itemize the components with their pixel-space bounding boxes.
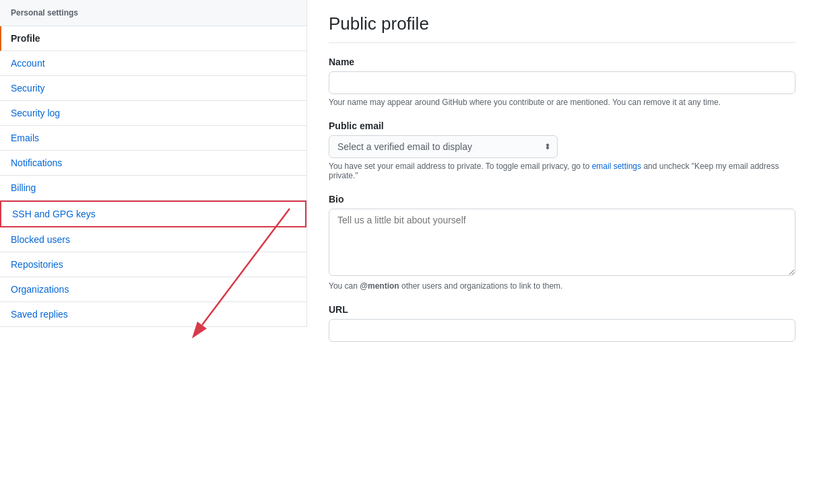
bio-textarea[interactable] [329,209,795,276]
bio-help-pre: You can [329,281,360,291]
bio-help-mention: @mention [360,281,399,291]
sidebar-header: Personal settings [0,0,306,26]
sidebar-item-emails[interactable]: Emails [0,126,306,151]
public-email-select[interactable]: Select a verified email to display [329,135,558,158]
sidebar-item-repositories[interactable]: Repositories [0,252,306,277]
page-title: Public profile [329,13,795,43]
sidebar-item-blocked-users[interactable]: Blocked users [0,227,306,252]
sidebar-item-security[interactable]: Security [0,76,306,101]
sidebar-item-account[interactable]: Account [0,51,306,76]
url-input[interactable] [329,319,795,342]
public-email-select-wrapper: Select a verified email to display ⬍ [329,135,558,158]
sidebar-item-ssh-gpg[interactable]: SSH and GPG keys [0,201,306,227]
sidebar-item-profile[interactable]: Profile [0,26,306,51]
bio-help-post: other users and organizations to link to… [399,281,563,291]
sidebar-item-saved-replies[interactable]: Saved replies [0,302,306,327]
url-label: URL [329,304,795,315]
public-email-label: Public email [329,120,795,131]
name-input[interactable] [329,71,795,94]
email-settings-link[interactable]: email settings [592,161,641,171]
name-group: Name Your name may appear around GitHub … [329,57,795,107]
name-label: Name [329,57,795,67]
public-email-help-text: You have set your email address to priva… [329,161,592,171]
main-content: Public profile Name Your name may appear… [307,0,817,504]
sidebar-item-billing[interactable]: Billing [0,176,306,201]
public-email-group: Public email Select a verified email to … [329,120,795,180]
bio-help: You can @mention other users and organiz… [329,281,795,291]
url-group: URL [329,304,795,342]
sidebar: Personal settings Profile Account Securi… [0,0,307,327]
bio-group: Bio You can @mention other users and org… [329,194,795,291]
name-help: Your name may appear around GitHub where… [329,98,795,107]
sidebar-item-security-log[interactable]: Security log [0,101,306,126]
public-email-help: You have set your email address to priva… [329,161,795,180]
bio-label: Bio [329,194,795,205]
sidebar-item-organizations[interactable]: Organizations [0,277,306,302]
sidebar-wrapper: Personal settings Profile Account Securi… [0,0,307,504]
sidebar-item-notifications[interactable]: Notifications [0,151,306,176]
